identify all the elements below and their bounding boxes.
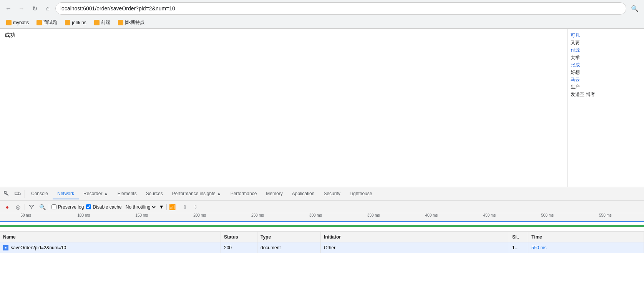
page-success-text: 成功 (5, 32, 15, 38)
tab-sources[interactable]: Sources (141, 189, 168, 199)
bookmark-mybatis[interactable]: mybatis (3, 19, 32, 26)
disable-cache-label[interactable]: Disable cache (86, 204, 121, 210)
tab-performance[interactable]: Performance (226, 189, 262, 199)
tab-separator (25, 190, 25, 198)
th-initiator[interactable]: Initiator (321, 232, 509, 242)
td-initiator: Other (321, 242, 509, 253)
refresh-button[interactable]: ↻ (29, 3, 40, 14)
forward-button[interactable]: → (16, 3, 27, 14)
back-button[interactable]: ← (3, 3, 14, 14)
ruler-500ms: 500 ms (541, 213, 554, 217)
timeline-bar-area (0, 221, 644, 232)
tab-application[interactable]: Application (287, 189, 319, 199)
tab-security[interactable]: Security (319, 189, 345, 199)
td-time: 550 ms (528, 242, 644, 253)
side-panel-link-1[interactable]: 可凡 (571, 32, 641, 39)
bookmark-folder-icon (118, 20, 123, 25)
bookmark-folder-icon (65, 20, 70, 25)
throttle-select[interactable]: No throttling (124, 204, 157, 210)
td-type: document (257, 242, 321, 253)
tab-network[interactable]: Network (53, 189, 79, 199)
ruler-100ms: 100 ms (77, 213, 90, 217)
content-area: 成功 可凡 又要 付源 大学 张成 好想 马云 生产 发送至 博客 (0, 29, 644, 298)
bookmark-folder-icon (6, 20, 12, 25)
devtools-panel: Console Network Recorder ▲ Elements Sour… (0, 187, 644, 298)
bookmark-folder-icon (94, 20, 100, 25)
side-panel-text-2: 大学 (571, 55, 580, 60)
timeline-green-bar (0, 225, 644, 227)
side-panel-text-3: 好想 (571, 70, 580, 75)
th-size[interactable]: Si.. (509, 232, 528, 242)
svg-rect-2 (19, 193, 21, 195)
table-header: Name Status Type Initiator Si.. Time (0, 232, 644, 242)
th-type[interactable]: Type (257, 232, 321, 242)
tab-recorder[interactable]: Recorder ▲ (79, 189, 113, 199)
devtools-tab-bar: Console Network Recorder ▲ Elements Sour… (0, 187, 644, 201)
import-button[interactable]: ⇧ (181, 203, 189, 211)
ruler-300ms: 300 ms (309, 213, 322, 217)
toolbar-separator-2 (49, 204, 49, 210)
bookmark-label: mybatis (13, 20, 29, 25)
throttle-arrow: ▼ (159, 204, 164, 210)
preserve-log-checkbox[interactable] (51, 204, 56, 209)
bookmark-label: 前端 (101, 19, 110, 26)
td-status: 200 (221, 242, 257, 253)
bookmark-interview[interactable]: 面试题 (33, 18, 60, 27)
page-content: 成功 (0, 29, 567, 187)
clear-button[interactable]: ◎ (14, 203, 22, 211)
tab-elements[interactable]: Elements (113, 189, 141, 199)
th-status[interactable]: Status (221, 232, 257, 242)
th-time[interactable]: Time (528, 232, 644, 242)
filter-button[interactable] (27, 203, 36, 211)
th-name[interactable]: Name (0, 232, 221, 242)
table-row[interactable]: ■ saveOrder?pid=2&num=10 200 document Ot… (0, 242, 644, 253)
bookmark-label: jdk新特点 (125, 19, 144, 26)
disable-cache-checkbox[interactable] (86, 204, 91, 209)
search-button[interactable]: 🔍 (38, 203, 46, 211)
tab-performance-insights[interactable]: Performance insights ▲ (168, 189, 226, 199)
toolbar-separator-4 (178, 204, 178, 210)
bookmark-label: jenkins (72, 20, 86, 25)
page-area: 成功 可凡 又要 付源 大学 张成 好想 马云 生产 发送至 博客 (0, 29, 644, 187)
home-button[interactable]: ⌂ (42, 3, 53, 14)
device-toolbar-button[interactable] (12, 189, 23, 199)
tab-memory[interactable]: Memory (261, 189, 287, 199)
td-size: 1... (509, 242, 528, 253)
side-panel-link-2[interactable]: 付源 (571, 46, 641, 54)
side-panel-text-1: 又要 (571, 40, 580, 45)
ruler-450ms: 450 ms (483, 213, 496, 217)
bookmark-label: 面试题 (43, 19, 57, 26)
ruler-200ms: 200 ms (193, 213, 206, 217)
ruler-350ms: 350 ms (367, 213, 380, 217)
ruler-400ms: 400 ms (425, 213, 438, 217)
address-bar[interactable] (55, 2, 626, 15)
network-table: Name Status Type Initiator Si.. Time (0, 232, 644, 298)
bookmark-folder-icon (37, 20, 42, 25)
bookmark-jdk[interactable]: jdk新特点 (115, 18, 148, 27)
ruler-250ms: 250 ms (251, 213, 264, 217)
browser-chrome: ← → ↻ ⌂ 🔍 mybatis 面试题 jenkins 前端 jdk新特点 (0, 0, 644, 29)
bookmark-frontend[interactable]: 前端 (91, 18, 113, 27)
search-button[interactable]: 🔍 (629, 2, 641, 15)
nav-bar: ← → ↻ ⌂ 🔍 (0, 0, 644, 17)
tab-console[interactable]: Console (27, 189, 53, 199)
toolbar-separator-1 (25, 204, 25, 210)
network-toolbar: ● ◎ 🔍 Preserve log Disable cache No thro… (0, 201, 644, 213)
export-button[interactable]: ⇩ (191, 203, 200, 211)
preserve-log-label[interactable]: Preserve log (51, 204, 84, 210)
wifi-icon: 📶 (169, 204, 176, 210)
td-name: ■ saveOrder?pid=2&num=10 (0, 242, 221, 253)
ruler-550ms: 550 ms (599, 213, 612, 217)
row-doc-icon: ■ (3, 245, 8, 250)
tab-lighthouse[interactable]: Lighthouse (345, 189, 377, 199)
toolbar-separator-3 (166, 204, 167, 210)
side-panel-link-4[interactable]: 马云 (571, 76, 641, 83)
svg-rect-1 (15, 192, 19, 195)
side-panel: 可凡 又要 付源 大学 张成 好想 马云 生产 发送至 博客 (567, 29, 644, 187)
bookmarks-bar: mybatis 面试题 jenkins 前端 jdk新特点 (0, 17, 644, 28)
side-panel-text-5: 发送至 (571, 92, 584, 97)
inspect-element-button[interactable] (2, 189, 12, 199)
record-button[interactable]: ● (3, 203, 12, 211)
side-panel-link-3[interactable]: 张成 (571, 61, 641, 69)
bookmark-jenkins[interactable]: jenkins (62, 19, 89, 26)
